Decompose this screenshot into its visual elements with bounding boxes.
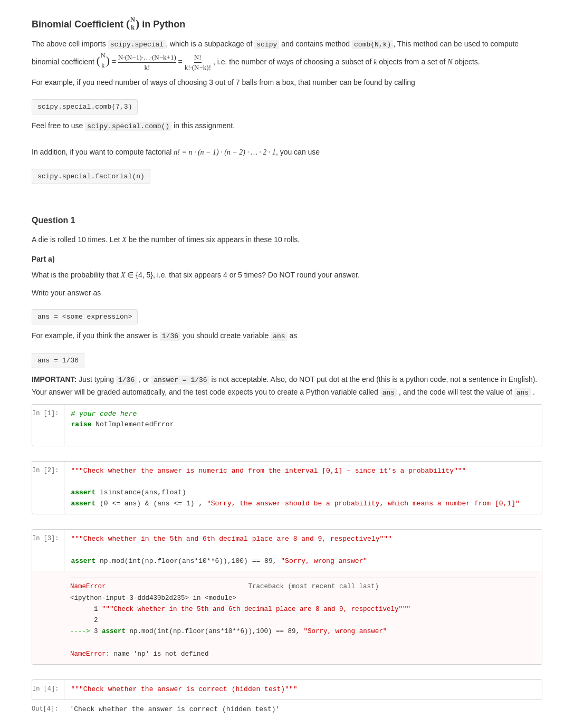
cell-in2-label: In [2]: — [32, 462, 64, 514]
cell-in4-content[interactable]: """Check whether the answer is correct (… — [64, 680, 542, 700]
inline-scipy: scipy — [254, 40, 279, 49]
inline-scipy-special: scipy.special — [108, 40, 166, 49]
cell-in3-line1: """Check whether in the 5th and 6th deci… — [71, 534, 535, 545]
question-1-desc: A die is rolled 10 times. Let X be the n… — [32, 234, 542, 246]
code-ans-example: ans = 1/36 — [32, 353, 84, 368]
formula-frac1: N·(N−1)·…·(N−k+1) k! — [118, 53, 176, 71]
intro-p2: For example, if you need number of ways … — [32, 76, 542, 88]
cell-in2-content[interactable]: """Check whether the answer is numeric a… — [64, 462, 542, 514]
cell-in1: In [1]: # your code here raise NotImplem… — [32, 404, 542, 446]
cell-in4: In [4]: """Check whether the answer is c… — [32, 679, 542, 700]
cell-in1-label: In [1]: — [32, 405, 64, 446]
cell-in4-line1: """Check whether the answer is correct (… — [71, 684, 535, 695]
intro-p4: In addition, if you want to compute fact… — [32, 146, 542, 158]
question-1: Question 1 A die is rolled 10 times. Let… — [32, 214, 542, 399]
inline-ans-2: ans — [514, 388, 531, 397]
inline-136: 1/36 — [160, 332, 180, 341]
error-arrow-line: ----> 3 assert np.mod(int(np.floor(ans*1… — [70, 626, 535, 637]
cell-in1-line2: raise NotImplementedError — [71, 419, 535, 430]
cell-in2-blank — [71, 477, 535, 488]
out4-label: Out[4]: — [32, 703, 63, 715]
intro-p1: The above cell imports scipy.special, wh… — [32, 38, 542, 71]
formula-frac2: N! k!·(N−k)! — [185, 53, 211, 71]
cell-in3-error: NameError Traceback (most recent call la… — [32, 571, 542, 664]
code-ans-template: ans = <some expression> — [32, 309, 138, 324]
cell-in2-line1: """Check whether the answer is numeric a… — [71, 466, 535, 477]
part-a-p1: What is the probability that X ∈ {4, 5},… — [32, 269, 542, 281]
page-title: Binomial Coefficient ( Nk ) in Python — [32, 16, 542, 32]
error-traceback-header: NameError Traceback (most recent call la… — [70, 581, 535, 592]
part-a-label: Part a) — [32, 253, 542, 265]
inline-answer-136: answer = 1/36 — [151, 376, 209, 385]
cell-in2-line3: assert (0 <= ans) & (ans <= 1) , "Sorry,… — [71, 499, 535, 510]
inline-comb-empty: scipy.special.comb() — [85, 122, 171, 131]
cell-in3-blank — [71, 545, 535, 556]
error-location: <ipython-input-3-ddd430b2d235> in <modul… — [70, 593, 535, 604]
cell-in2: In [2]: """Check whether the answer is n… — [32, 461, 542, 514]
cell-in4-label: In [4]: — [32, 680, 64, 700]
inline-136-2: 1/36 — [116, 376, 137, 385]
inline-ans-var: ans — [271, 332, 287, 341]
cell-in1-line1: # your code here — [71, 409, 535, 420]
part-a-p2: Write your answer as — [32, 287, 542, 299]
cell-in3: In [3]: """Check whether in the 5th and … — [32, 529, 542, 665]
error-line1: 1 """Check whether in the 5th and 6th de… — [70, 604, 535, 615]
part-a-p3: For example, if you think the answer is … — [32, 330, 542, 342]
error-divider — [70, 578, 535, 578]
cell-in1-content[interactable]: # your code here raise NotImplementedErr… — [64, 405, 542, 446]
error-line2: 2 — [70, 615, 535, 626]
cell-in3-content[interactable]: """Check whether in the 5th and 6th deci… — [64, 530, 542, 571]
error-msg: NameError: name 'np' is not defined — [70, 649, 535, 660]
question-1-title: Question 1 — [32, 214, 542, 227]
binom-formula: ( Nk ) — [97, 51, 110, 71]
important-label: IMPORTANT: — [32, 375, 76, 384]
code-example-comb7: scipy.special.comb(7,3) — [32, 99, 138, 114]
main-page: Binomial Coefficient ( Nk ) in Python Th… — [0, 0, 574, 728]
cell-in2-line2: assert isinstance(ans,float) — [71, 487, 535, 499]
code-example-factorial: scipy.special.factorial(n) — [32, 169, 150, 184]
inline-comb: comb(N,k) — [352, 40, 393, 49]
intro-p3: Feel free to use scipy.special.comb() in… — [32, 120, 542, 132]
important-paragraph: IMPORTANT: Just typing 1/36 , or answer … — [32, 373, 542, 399]
out4-row: Out[4]: 'Check whether the answer is cor… — [32, 703, 542, 715]
cell-in3-line2: assert np.mod(int(np.floor(ans*10**6)),1… — [71, 556, 535, 567]
out4-content: 'Check whether the answer is correct (hi… — [63, 703, 286, 715]
part-a: Part a) What is the probability that X ∈… — [32, 253, 542, 399]
cell-in3-label: In [3]: — [32, 530, 64, 571]
inline-ans-1: ans — [380, 388, 397, 397]
binom-symbol: ( Nk ) — [126, 16, 139, 32]
